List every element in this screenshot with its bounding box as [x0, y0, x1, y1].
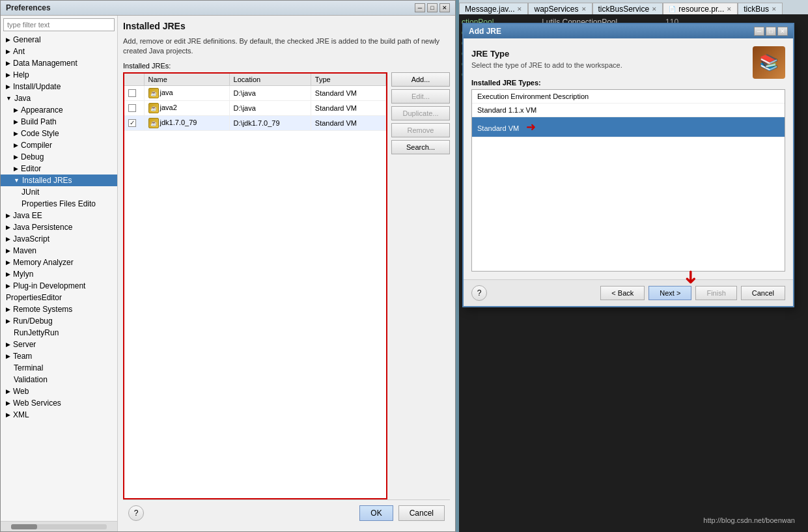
dialog-maximize[interactable]: □ — [766, 27, 776, 36]
sidebar-item-compiler[interactable]: ▶ Compiler — [1, 139, 117, 151]
sidebar-item-remote[interactable]: ▶ Remote Systems — [1, 303, 117, 315]
sidebar-item-props-ed[interactable]: PropertiesEditor — [1, 292, 117, 303]
sidebar-item-javascript[interactable]: ▶ JavaScript — [1, 233, 117, 245]
tab-close-icon[interactable]: ✕ — [727, 6, 732, 12]
sidebar-label: Team — [13, 352, 32, 361]
sidebar-label: Memory Analyzer — [13, 258, 74, 267]
sidebar-item-xml[interactable]: ▶ XML — [1, 409, 117, 421]
sidebar-item-ant[interactable]: ▶ Ant — [1, 46, 117, 57]
sidebar-scrollbar[interactable] — [1, 521, 117, 531]
sidebar-item-runjetty[interactable]: RunJettyRun — [1, 327, 117, 339]
dialog-controls: ─ □ ✕ — [754, 27, 788, 36]
expand-icon: ▶ — [6, 259, 10, 266]
jre-type-item[interactable]: Standard 1.1.x VM — [472, 104, 785, 117]
sidebar-item-server[interactable]: ▶ Server — [1, 339, 117, 350]
tab-tick[interactable]: tickBusService ✕ — [592, 3, 663, 14]
expand-icon: ▶ — [6, 36, 10, 43]
sidebar-tree: ▶ General ▶ Ant ▶ Data Management ▶ Help… — [1, 34, 117, 521]
jre-type-item[interactable]: Execution Environment Description — [472, 90, 785, 104]
cancel-button[interactable]: Cancel — [741, 286, 785, 300]
search-button[interactable]: Search... — [391, 140, 450, 154]
add-button[interactable]: Add... — [391, 72, 450, 87]
sidebar-item-props-editor[interactable]: Properties Files Edito — [1, 198, 117, 210]
remove-button[interactable]: Remove — [391, 123, 450, 137]
sidebar-item-debug[interactable]: ▶ Debug — [1, 151, 117, 163]
jre-icon: ☕ — [148, 118, 159, 128]
col-type[interactable]: Type — [311, 74, 385, 86]
sidebar-item-java[interactable]: ▼ Java — [1, 92, 117, 104]
sidebar-item-editor[interactable]: ▶ Editor — [1, 163, 117, 175]
next-button[interactable]: Next > — [648, 286, 691, 300]
scroll-thumb[interactable] — [11, 524, 37, 529]
table-row[interactable]: ☕java D:\java Standard VM — [124, 85, 386, 100]
row-checkbox[interactable] — [128, 104, 136, 112]
sidebar-item-java-persistence[interactable]: ▶ Java Persistence — [1, 221, 117, 233]
sidebar-item-installed-jres[interactable]: ▼ Installed JREs — [1, 175, 117, 186]
col-location[interactable]: Location — [229, 74, 311, 86]
cancel-button[interactable]: Cancel — [398, 505, 445, 521]
help-button[interactable]: ? — [128, 505, 144, 521]
sidebar-label: Run/Debug — [13, 316, 53, 326]
sidebar-item-build-path[interactable]: ▶ Build Path — [1, 116, 117, 128]
tab-close-icon[interactable]: ✕ — [517, 6, 522, 12]
sidebar-item-data-mgmt[interactable]: ▶ Data Management — [1, 57, 117, 69]
sidebar-label: PropertiesEditor — [6, 293, 62, 302]
jre-types-list[interactable]: Execution Environment Description Standa… — [471, 89, 785, 272]
sidebar-item-general[interactable]: ▶ General — [1, 34, 117, 46]
col-name[interactable]: Name — [144, 74, 229, 86]
sidebar-item-run-debug[interactable]: ▶ Run/Debug — [1, 315, 117, 327]
dialog-close[interactable]: ✕ — [777, 27, 788, 36]
table-row[interactable]: ☕jdk1.7.0_79 D:\jdk1.7.0_79 Standard VM — [124, 115, 386, 130]
ok-button[interactable]: OK — [359, 505, 393, 521]
expand-icon: ▶ — [6, 212, 10, 219]
expand-icon: ▶ — [6, 48, 10, 55]
tab-close-icon[interactable]: ✕ — [581, 6, 587, 12]
dialog-minimize[interactable]: ─ — [754, 27, 764, 36]
sidebar-label: Validation — [14, 375, 48, 384]
dialog-help-button[interactable]: ? — [471, 285, 487, 301]
maximize-button[interactable]: □ — [427, 3, 438, 12]
tab-resource[interactable]: 📄 resource.pr... ✕ — [663, 3, 738, 14]
sidebar-item-web[interactable]: ▶ Web — [1, 385, 117, 397]
sidebar-item-java-ee[interactable]: ▶ Java EE — [1, 210, 117, 221]
preferences-window: Preferences ─ □ ✕ ▶ General ▶ Ant ▶ — [0, 0, 456, 532]
sidebar-item-maven[interactable]: ▶ Maven — [1, 245, 117, 257]
sidebar-item-install[interactable]: ▶ Install/Update — [1, 81, 117, 92]
sidebar-item-mylyn[interactable]: ▶ Mylyn — [1, 268, 117, 280]
sidebar-label: Debug — [21, 152, 44, 161]
filter-input[interactable] — [3, 18, 115, 31]
expand-icon: ▶ — [6, 60, 10, 66]
dialog-content: JRE Type Select the type of JRE to add t… — [464, 38, 793, 279]
tab-close-icon[interactable]: ✕ — [772, 6, 777, 12]
finish-button[interactable]: Finish — [695, 286, 736, 300]
sidebar-item-code-style[interactable]: ▶ Code Style — [1, 128, 117, 139]
duplicate-button[interactable]: Duplicate... — [391, 106, 450, 120]
sidebar-item-team[interactable]: ▶ Team — [1, 350, 117, 362]
tab-wap[interactable]: wapServices ✕ — [528, 3, 592, 14]
expand-icon: ▶ — [6, 318, 10, 324]
sidebar-item-memory[interactable]: ▶ Memory Analyzer — [1, 257, 117, 268]
back-button[interactable]: < Back — [600, 286, 645, 300]
tab-message[interactable]: Message.jav... ✕ — [459, 3, 528, 14]
row-checkbox[interactable] — [128, 119, 136, 127]
sidebar-item-web-services[interactable]: ▶ Web Services — [1, 397, 117, 409]
edit-button[interactable]: Edit... — [391, 89, 450, 104]
sidebar-item-validation[interactable]: Validation — [1, 374, 117, 385]
sidebar-item-plugin-dev[interactable]: ▶ Plug-in Development — [1, 280, 117, 292]
sidebar-item-help[interactable]: ▶ Help — [1, 69, 117, 81]
tab-tickbus[interactable]: tickBus ✕ — [738, 3, 783, 14]
row-checkbox[interactable] — [128, 89, 136, 97]
tab-close-icon[interactable]: ✕ — [652, 6, 657, 12]
expand-icon: ▶ — [6, 247, 10, 254]
table-row[interactable]: ☕java2 D:\java Standard VM — [124, 100, 386, 115]
sidebar-item-appearance[interactable]: ▶ Appearance — [1, 104, 117, 116]
sidebar-item-junit[interactable]: JUnit — [1, 186, 117, 198]
sidebar-label: Build Path — [21, 117, 57, 126]
panel-title: Installed JREs — [123, 21, 450, 31]
preferences-title: Preferences — [6, 3, 51, 12]
expand-icon: ▶ — [14, 107, 18, 113]
minimize-button[interactable]: ─ — [415, 3, 425, 12]
close-button[interactable]: ✕ — [439, 3, 450, 12]
jre-type-item-selected[interactable]: Standard VM ➜ — [472, 117, 785, 137]
sidebar-item-terminal[interactable]: Terminal — [1, 362, 117, 374]
